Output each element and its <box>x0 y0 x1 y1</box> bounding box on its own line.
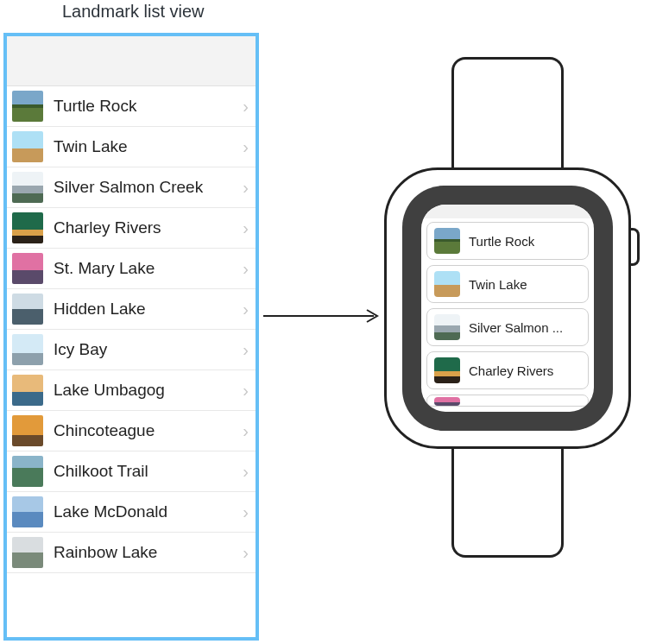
landmark-name: Turtle Rock <box>469 234 534 249</box>
list-item[interactable]: Twin Lake› <box>7 127 256 167</box>
landmark-thumb <box>434 228 460 254</box>
diagram-title: Landmark list view <box>62 2 205 22</box>
landmark-thumb <box>12 91 43 122</box>
landmark-thumb <box>434 357 460 383</box>
watch-landmark-list[interactable]: Turtle RockTwin LakeSilver Salmon ...Cha… <box>421 218 594 412</box>
list-item[interactable]: Icy Bay› <box>7 330 256 370</box>
list-item[interactable]: Twin Lake <box>426 265 589 303</box>
landmark-name: Chincoteague <box>54 421 243 440</box>
landmark-name: Twin Lake <box>54 137 243 156</box>
list-item[interactable]: Charley Rivers <box>426 351 589 389</box>
chevron-right-icon: › <box>243 138 249 155</box>
landmark-name: Silver Salmon Creek <box>54 178 243 197</box>
chevron-right-icon: › <box>243 422 249 439</box>
list-item[interactable]: Hidden Lake› <box>7 289 256 330</box>
landmark-thumb <box>12 334 43 365</box>
landmark-thumb <box>434 314 460 340</box>
landmark-thumb <box>434 397 460 406</box>
list-item[interactable]: Silver Salmon Creek› <box>7 167 256 208</box>
landmark-thumb <box>12 415 43 446</box>
landmark-name: Turtle Rock <box>54 97 243 116</box>
landmark-thumb <box>12 375 43 406</box>
phone-frame: Turtle Rock›Twin Lake›Silver Salmon Cree… <box>3 33 259 641</box>
chevron-right-icon: › <box>243 503 249 521</box>
watch-case: Turtle RockTwin LakeSilver Salmon ...Cha… <box>384 167 631 449</box>
list-item[interactable]: Charley Rivers› <box>7 208 256 249</box>
landmark-name: Chilkoot Trail <box>54 462 243 481</box>
landmark-thumb <box>12 456 43 487</box>
watch-band-bottom <box>451 437 564 558</box>
list-item[interactable]: Turtle Rock <box>426 222 589 260</box>
list-item[interactable] <box>426 395 589 407</box>
landmark-list[interactable]: Turtle Rock›Twin Lake›Silver Salmon Cree… <box>7 86 256 573</box>
list-item[interactable]: Silver Salmon ... <box>426 308 589 346</box>
landmark-thumb <box>12 496 43 527</box>
landmark-thumb <box>12 294 43 325</box>
landmark-thumb <box>12 537 43 568</box>
list-item[interactable]: Lake Umbagog› <box>7 370 256 411</box>
arrow-icon <box>263 307 384 325</box>
chevron-right-icon: › <box>243 98 249 115</box>
watch-band-top <box>451 57 564 178</box>
watch-bezel: Turtle RockTwin LakeSilver Salmon ...Cha… <box>402 186 613 431</box>
chevron-right-icon: › <box>243 179 249 196</box>
list-item[interactable]: Rainbow Lake› <box>7 533 256 573</box>
landmark-name: Silver Salmon ... <box>469 320 563 335</box>
landmark-thumb <box>12 212 43 243</box>
list-item[interactable]: Chilkoot Trail› <box>7 451 256 492</box>
chevron-right-icon: › <box>243 382 249 399</box>
list-item[interactable]: Lake McDonald› <box>7 492 256 533</box>
landmark-thumb <box>12 253 43 284</box>
landmark-name: St. Mary Lake <box>54 259 243 278</box>
landmark-thumb <box>12 131 43 162</box>
watch-status-bar <box>421 205 594 218</box>
chevron-right-icon: › <box>243 260 249 277</box>
chevron-right-icon: › <box>243 300 249 318</box>
watch-screen[interactable]: Turtle RockTwin LakeSilver Salmon ...Cha… <box>421 205 594 412</box>
list-item[interactable]: St. Mary Lake› <box>7 249 256 289</box>
landmark-name: Twin Lake <box>469 277 527 292</box>
landmark-thumb <box>434 271 460 297</box>
phone-nav-bar <box>7 36 256 86</box>
landmark-name: Charley Rivers <box>54 218 243 237</box>
watch-device: Turtle RockTwin LakeSilver Salmon ...Cha… <box>384 67 643 551</box>
chevron-right-icon: › <box>243 341 249 358</box>
landmark-name: Charley Rivers <box>469 363 553 378</box>
landmark-thumb <box>12 172 43 203</box>
landmark-name: Lake McDonald <box>54 502 243 521</box>
landmark-name: Lake Umbagog <box>54 381 243 400</box>
chevron-right-icon: › <box>243 544 249 561</box>
chevron-right-icon: › <box>243 463 249 480</box>
list-item[interactable]: Turtle Rock› <box>7 86 256 127</box>
landmark-name: Rainbow Lake <box>54 543 243 562</box>
landmark-name: Icy Bay <box>54 340 243 359</box>
landmark-name: Hidden Lake <box>54 300 243 319</box>
list-item[interactable]: Chincoteague› <box>7 411 256 451</box>
chevron-right-icon: › <box>243 219 249 237</box>
